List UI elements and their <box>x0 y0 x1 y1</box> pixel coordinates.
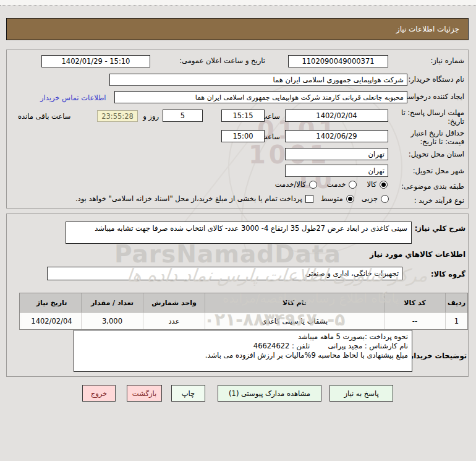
radio-service[interactable] <box>349 181 357 189</box>
col-unit: واحد شمارش <box>143 293 205 312</box>
request-creator-label: ایجاد کننده درخواست: <box>399 92 464 101</box>
announce-datetime-label: تاریخ و ساعت اعلان عمومی: <box>179 56 265 65</box>
exit-button[interactable]: خروج <box>82 385 116 402</box>
window: 0101 1001 10 جزئیات اطلاعات نیاز شماره ن… <box>0 0 476 461</box>
view-attachments-button[interactable]: مشاهده مدارک پیوستی (1) <box>218 385 321 402</box>
deadline-date-field[interactable]: 1402/02/04 <box>285 110 388 122</box>
buyer-notes-field[interactable]: نحوه پرداخت :بصورت 5 ماهه میباشد نام کار… <box>74 330 412 372</box>
buyer-notes-label: توضیحات خریدار: <box>407 351 467 360</box>
category-option-goods-service[interactable]: کالا/خدمت <box>275 180 317 189</box>
col-quantity: تعداد / مقدار <box>81 293 143 312</box>
top-dotted-divider <box>0 0 476 6</box>
buyer-contact-link[interactable]: اطلاعات تماس خریدار <box>40 93 106 102</box>
delivery-city-label: شهر محل تحویل: <box>413 166 464 175</box>
need-number-label: شماره نیاز: <box>430 56 464 65</box>
goods-table: ردیف کد کالا نام کالا واحد شمارش تعداد /… <box>19 293 468 330</box>
col-need-date: تاریخ نیاز <box>22 293 81 312</box>
delivery-province-label: استان محل تحویل: <box>409 150 464 158</box>
radio-service-label: خدمت <box>327 180 346 189</box>
need-number-field[interactable]: 1102090049000371 <box>288 55 388 67</box>
cell-unit: عدد <box>143 312 205 329</box>
validity-time-field[interactable]: 15:00 <box>221 130 265 142</box>
radio-goods-service-label: کالا/خدمت <box>275 180 306 189</box>
page-title-text: جزئیات اطلاعات نیاز <box>396 25 459 33</box>
need-details-panel: شرح کلي نیاز: سینی کاغذی در ابعاد عرض 27… <box>6 213 469 377</box>
remaining-countdown: 23:55:28 <box>97 110 138 122</box>
cell-need-date: 1402/02/04 <box>22 312 81 329</box>
need-description-label: شرح کلي نیاز: <box>415 224 465 233</box>
back-button[interactable]: بازگشت <box>127 385 162 402</box>
deadline-days-field[interactable]: 5 <box>163 110 203 122</box>
goods-group-field[interactable]: تجهیزات خانگی، اداری و صنعتی <box>47 267 402 280</box>
cell-quantity: 3,000 <box>81 312 143 329</box>
goods-group-label: گروه کالا: <box>431 270 465 278</box>
process-option-minor[interactable]: جزیی <box>362 194 389 203</box>
goods-table-header-row: ردیف کد کالا نام کالا واحد شمارش تعداد /… <box>20 293 467 312</box>
purchase-process-options: جزیی متوسط پرداخت تمام یا بخشی از مبلغ خ… <box>75 194 389 203</box>
col-row-number: ردیف <box>445 293 467 312</box>
reply-to-need-button[interactable]: پاسخ به نیاز <box>329 385 393 402</box>
radio-medium-label: متوسط <box>321 194 343 203</box>
col-item-code: کد کالا <box>384 293 445 312</box>
delivery-city-field[interactable]: تهران <box>285 165 388 177</box>
radio-goods-service[interactable] <box>309 181 317 189</box>
process-option-medium[interactable]: متوسط <box>321 194 354 203</box>
radio-goods[interactable] <box>380 181 388 189</box>
cell-item-code: -- <box>384 312 445 329</box>
buyer-org-field[interactable]: شرکت هواپیمایی جمهوری اسلامی ایران هما <box>109 74 407 86</box>
need-description-field[interactable]: سینی کاغذی در ابعاد عرض 27طول 35 ارتفاع … <box>66 222 412 244</box>
radio-goods-label: کالا <box>367 180 376 189</box>
purchase-process-label: نوع فرآیند خرید : <box>414 196 464 205</box>
cell-item-name: بشقاب یا سینی کاغذی <box>205 312 384 329</box>
treasury-checkbox[interactable] <box>305 195 313 203</box>
buyer-org-label: نام دستگاه خریدار: <box>408 75 464 84</box>
subject-category-options: کالا خدمت کالا/خدمت <box>275 180 388 189</box>
treasury-checkbox-label: پرداخت تمام یا بخشی از مبلغ خرید،از محل … <box>75 194 302 203</box>
subject-category-label: طبقه بندی موضوعی: <box>401 182 464 191</box>
validity-date-field[interactable]: 1402/06/29 <box>285 130 388 142</box>
reply-deadline-label: مهلت ارسال پاسخ: تا تاریخ: <box>395 108 464 126</box>
radio-minor[interactable] <box>381 195 389 203</box>
treasury-checkbox-option[interactable]: پرداخت تمام یا بخشی از مبلغ خرید،از محل … <box>75 194 313 203</box>
days-and-label: روز و <box>143 112 159 121</box>
print-button[interactable]: چاپ <box>171 385 205 402</box>
col-item-name: نام کالا <box>205 293 384 312</box>
cell-row-number: 1 <box>445 312 467 329</box>
category-option-goods[interactable]: کالا <box>367 180 388 189</box>
deadline-time-field[interactable]: 15:15 <box>221 110 265 122</box>
goods-table-row: 1 -- بشقاب یا سینی کاغذی عدد 3,000 1402/… <box>20 312 467 329</box>
remaining-hours-label: ساعت باقی مانده <box>18 112 70 121</box>
radio-medium[interactable] <box>346 195 354 203</box>
price-validity-label: حداقل تاریخ اعتبار قیمت: تا تاریخ: <box>395 129 464 146</box>
request-creator-field[interactable]: محبوبه جانعلی قربانی کارمند شرکت هواپیما… <box>114 91 407 103</box>
radio-minor-label: جزیی <box>362 194 378 203</box>
announce-datetime-field[interactable]: 1402/01/29 - 15:10 <box>41 55 150 67</box>
general-info-panel: شماره نیاز: 1102090049000371 تاریخ و ساع… <box>6 50 469 209</box>
goods-section-header: اطلاعات کالاهاي مورد نیاز <box>370 250 465 259</box>
delivery-province-field[interactable]: تهران <box>285 148 388 160</box>
category-option-service[interactable]: خدمت <box>327 180 357 189</box>
page-title: جزئیات اطلاعات نیاز <box>6 18 469 40</box>
